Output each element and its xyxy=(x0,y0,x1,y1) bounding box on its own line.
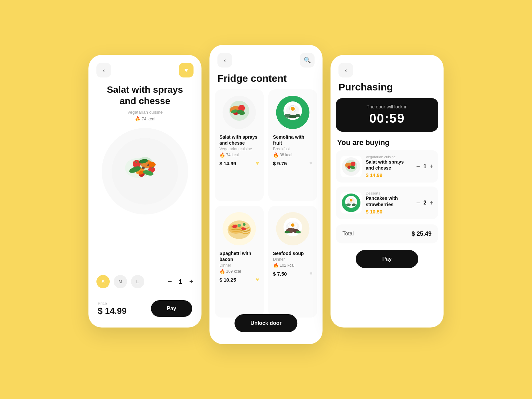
screen2: ‹ 🔍 Fridge content Salat xyxy=(209,45,323,344)
increase-cart-item-1[interactable]: + xyxy=(430,199,434,207)
svg-point-47 xyxy=(285,231,290,233)
increase-qty-button[interactable]: + xyxy=(189,277,194,286)
screen2-header: ‹ 🔍 xyxy=(209,45,323,67)
food-card-kcal-2: 🔥 169 kcal xyxy=(219,269,259,274)
noodle-img xyxy=(219,210,259,247)
salad-illustration xyxy=(108,135,182,208)
cart-qty-val-1: 2 xyxy=(423,200,426,206)
flame-icon-3: 🔥 xyxy=(273,263,279,268)
back-button-2[interactable]: ‹ xyxy=(217,53,232,67)
heart-icon-2[interactable]: ♥ xyxy=(256,277,259,283)
food-card-img-noodle xyxy=(219,210,259,247)
food-card-price-row-3: $ 7.50 ♥ xyxy=(273,271,313,277)
food-card-category-1: Breakfast xyxy=(273,147,313,151)
dish-category: Vegatarian cuisine xyxy=(88,110,201,115)
food-card-price-2: $ 10.25 xyxy=(219,277,236,283)
heart-icon-0[interactable]: ♥ xyxy=(256,160,259,166)
back-button-3[interactable]: ‹ xyxy=(338,63,353,77)
cart-item-0: Vegatarian cuisine Salat with sprays and… xyxy=(336,150,438,183)
cart-item-price-1: $ 10.50 xyxy=(366,209,412,214)
food-card-name-2: Spaghetti with bacon xyxy=(219,250,259,262)
lock-banner: The door will lock in 00:59 xyxy=(336,98,438,132)
food-card-seafood[interactable]: Seafood soup Dinner 🔥 102 kcal $ 7.50 ♥ xyxy=(268,206,317,318)
fridge-title: Fridge content xyxy=(209,67,323,89)
svg-point-60 xyxy=(346,203,351,206)
svg-point-12 xyxy=(142,167,145,169)
flame-icon-2: 🔥 xyxy=(219,269,225,274)
dish-title: Salat with sprays and chesse xyxy=(88,77,201,108)
size-m-button[interactable]: M xyxy=(114,275,127,288)
seafood-img xyxy=(273,210,313,247)
dish-image-circle xyxy=(102,128,188,214)
decrease-cart-item-0[interactable]: − xyxy=(416,163,420,170)
price-value: $ 14.99 xyxy=(98,306,127,316)
svg-point-46 xyxy=(291,223,295,227)
cart-qty-val-0: 1 xyxy=(423,164,426,170)
dish-kcal: 🔥 74 kcal xyxy=(88,116,201,121)
total-row: Total $ 25.49 xyxy=(336,224,438,243)
cart-item-price-0: $ 14.99 xyxy=(366,172,412,178)
screen3: ‹ Purchasing The door will lock in 00:59… xyxy=(331,55,444,328)
price-display: Price $ 14.99 xyxy=(98,301,127,316)
flame-icon: 🔥 xyxy=(135,116,140,121)
lock-timer: 00:59 xyxy=(342,111,432,126)
food-card-noodle[interactable]: Spaghetti with bacon Dinner 🔥 169 kcal $… xyxy=(215,206,264,318)
screen1-footer: Price $ 14.99 Pay xyxy=(88,295,201,328)
total-value: $ 25.49 xyxy=(412,230,432,237)
food-grid: Salat with sprays and chesse Vegatarian … xyxy=(209,89,323,318)
food-card-kcal-3: 🔥 102 kcal xyxy=(273,263,313,268)
cart-item-name-0: Salat with sprays and chesse xyxy=(366,159,412,171)
food-card-kcal-0: 🔥 74 kcal xyxy=(219,152,259,158)
food-card-category-3: Dinner xyxy=(273,257,313,262)
food-card-price-3: $ 7.50 xyxy=(273,271,287,277)
cart-item-info-1: Desserts Pancakes with strawberries $ 10… xyxy=(366,191,412,214)
food-card-img-salad xyxy=(219,94,259,131)
pay-button-3[interactable]: Pay xyxy=(356,250,418,268)
svg-point-30 xyxy=(289,115,297,118)
price-label: Price xyxy=(98,301,127,306)
cart-item-qty-1: − 2 + xyxy=(416,199,434,207)
cart-item-img-1 xyxy=(340,192,362,213)
size-s-button[interactable]: S xyxy=(96,275,110,288)
salad-img xyxy=(219,94,259,131)
cart-pancake-img xyxy=(341,193,361,213)
food-card-price-1: $ 9.75 xyxy=(273,161,287,166)
food-card-rice[interactable]: Semolina with fruit Breakfast 🔥 38 kcal … xyxy=(268,89,317,201)
svg-point-37 xyxy=(243,223,246,226)
pay-button-1[interactable]: Pay xyxy=(151,300,192,317)
food-card-price-row-2: $ 10.25 ♥ xyxy=(219,277,259,283)
quantity-controls: − 1 + xyxy=(168,277,194,286)
cart-item-category-1: Desserts xyxy=(366,191,412,195)
cart-salad-img xyxy=(341,157,361,177)
food-card-category-2: Dinner xyxy=(219,263,259,268)
screen3-header: ‹ xyxy=(331,55,444,77)
screen1-header: ‹ ♥ xyxy=(88,55,201,77)
screens-container: ‹ ♥ Salat with sprays and chesse Vegatar… xyxy=(88,55,444,344)
svg-point-13 xyxy=(147,164,149,166)
dish-image-area xyxy=(88,128,201,268)
favorite-button-1[interactable]: ♥ xyxy=(179,63,194,77)
cart-items-list: Vegatarian cuisine Salat with sprays and… xyxy=(331,150,444,219)
total-label: Total xyxy=(342,231,354,237)
decrease-qty-button[interactable]: − xyxy=(168,277,172,286)
increase-cart-item-0[interactable]: + xyxy=(430,163,434,170)
food-card-price-0: $ 14.99 xyxy=(219,161,236,166)
lock-banner-label: The door will lock in xyxy=(342,104,432,109)
size-l-button[interactable]: L xyxy=(131,275,144,288)
search-button[interactable]: 🔍 xyxy=(300,53,315,67)
food-card-name-3: Seafood soup xyxy=(273,250,313,256)
cart-item-1: Desserts Pancakes with strawberries $ 10… xyxy=(336,187,438,219)
cart-item-info-0: Vegatarian cuisine Salat with sprays and… xyxy=(366,155,412,178)
heart-icon-1[interactable]: ♥ xyxy=(310,160,313,166)
food-card-salad[interactable]: Salat with sprays and chesse Vegatarian … xyxy=(215,89,264,201)
screen3-footer: Pay xyxy=(331,243,444,279)
decrease-cart-item-1[interactable]: − xyxy=(416,199,420,207)
svg-point-48 xyxy=(296,231,301,233)
quantity-value: 1 xyxy=(177,278,184,286)
heart-icon-3[interactable]: ♥ xyxy=(310,271,313,277)
cart-item-img-0 xyxy=(340,156,362,177)
back-button-1[interactable]: ‹ xyxy=(96,63,111,77)
unlock-door-button[interactable]: Unlock door xyxy=(234,314,297,332)
food-card-price-row-1: $ 9.75 ♥ xyxy=(273,160,313,166)
svg-point-61 xyxy=(352,203,356,206)
